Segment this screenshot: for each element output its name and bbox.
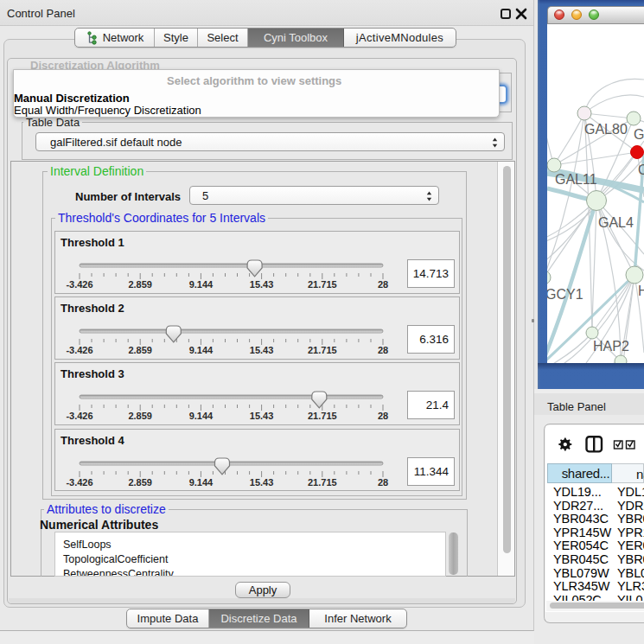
svg-text:-3.426: -3.426 — [66, 279, 92, 290]
svg-text:2.859: 2.859 — [128, 279, 152, 290]
svg-text:-3.426: -3.426 — [66, 411, 92, 421]
svg-text:21.715: 21.715 — [308, 477, 337, 488]
svg-text:-3.426: -3.426 — [66, 477, 92, 488]
svg-text:21.715: 21.715 — [308, 411, 337, 421]
svg-text:9.144: 9.144 — [189, 345, 214, 355]
svg-text:2.859: 2.859 — [128, 345, 152, 355]
svg-text:15.43: 15.43 — [250, 477, 274, 488]
svg-text:-3.426: -3.426 — [66, 345, 92, 355]
svg-text:2.859: 2.859 — [128, 411, 152, 421]
svg-text:9.144: 9.144 — [189, 411, 214, 421]
svg-text:28: 28 — [378, 477, 388, 488]
svg-text:15.43: 15.43 — [250, 345, 274, 355]
svg-text:2.859: 2.859 — [128, 477, 152, 488]
svg-text:21.715: 21.715 — [308, 279, 337, 290]
svg-text:15.43: 15.43 — [250, 411, 274, 421]
svg-text:9.144: 9.144 — [189, 477, 214, 488]
svg-text:9.144: 9.144 — [189, 279, 214, 290]
svg-text:28: 28 — [378, 345, 388, 355]
svg-text:28: 28 — [378, 279, 388, 290]
svg-text:21.715: 21.715 — [308, 345, 337, 355]
svg-text:28: 28 — [378, 411, 388, 421]
svg-text:15.43: 15.43 — [250, 279, 274, 290]
